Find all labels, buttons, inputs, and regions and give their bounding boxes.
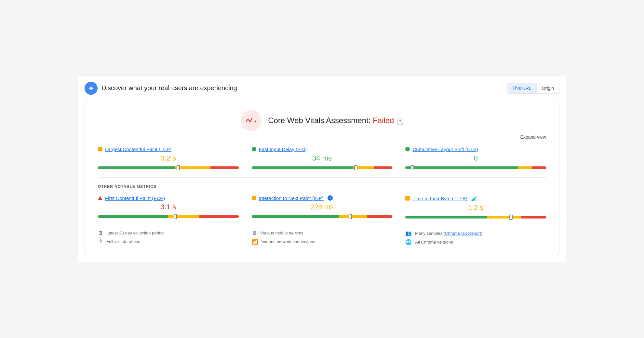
gauge-red-segment [532, 166, 546, 169]
header: Discover what your real users are experi… [78, 77, 566, 100]
this-url-button[interactable]: This URL [507, 83, 536, 93]
help-icon[interactable]: ? [397, 119, 403, 125]
status-dot [405, 147, 410, 151]
mobile-icon: 🖥 [252, 230, 257, 236]
metric-label-text-cls: Cumulative Layout Shift (CLS) [412, 147, 478, 152]
page-container: Discover what your real users are experi… [78, 77, 566, 262]
metric-label-text-inp: Interaction to Next Paint (INP) [259, 195, 324, 201]
chrome-icon: 🌐 [405, 239, 412, 245]
metric-item-inp: Interaction to Next Paint (INP)i228 ms [252, 195, 393, 220]
gauge-bar [405, 166, 546, 169]
gauge-bar [252, 166, 393, 169]
beaker-icon-ttfb: 🧪 [471, 195, 478, 202]
metric-value-inp: 228 ms [252, 203, 393, 211]
gauge-bar [98, 215, 239, 218]
gauge-bar [98, 166, 239, 169]
url-origin-toggle[interactable]: This URL Origin [507, 83, 559, 94]
page-title: Discover what your real users are experi… [101, 84, 237, 92]
footer-info: 🗓 Latest 28-day collection period ⏱ Full… [98, 230, 546, 245]
status-triangle [98, 196, 102, 200]
gauge-red-segment [367, 215, 392, 218]
assessment-title-prefix: Core Web Vitals Assessment: [268, 116, 373, 125]
metric-value-fid: 34 ms [252, 154, 393, 162]
metric-item-fid: First Input Delay (FID)34 ms [252, 147, 393, 171]
other-metrics-label: OTHER NOTABLE METRICS [98, 184, 546, 189]
assessment-header: Core Web Vitals Assessment: Failed ? [98, 110, 546, 131]
gauge-yellow-segment [339, 215, 367, 218]
gauge-wrapper [252, 213, 393, 220]
main-card: Core Web Vitals Assessment: Failed ? Exp… [85, 100, 559, 255]
gauge-needle [411, 165, 414, 170]
origin-button[interactable]: Origin [537, 83, 559, 93]
info-icon-inp[interactable]: i [328, 195, 333, 201]
gauge-yellow-segment [487, 216, 521, 218]
gauge-needle [509, 215, 513, 220]
footer-item-duration: ⏱ Full visit durations [98, 239, 239, 245]
gauge-green-segment [405, 216, 487, 218]
metric-value-ttfb: 1.2 s [405, 204, 546, 212]
status-square [405, 196, 410, 201]
gauge-wrapper [98, 213, 239, 220]
metric-item-fcp: First Contentful Paint (FCP)3.1 s [98, 195, 239, 220]
metric-label-text-lcp: Largest Contentful Paint (LCP) [105, 147, 171, 152]
gauge-wrapper [405, 164, 546, 171]
chrome-ux-link[interactable]: Chrome UX Report [445, 231, 481, 236]
metric-item-lcp: Largest Contentful Paint (LCP)3.2 s [98, 147, 239, 171]
footer-col1: 🗓 Latest 28-day collection period ⏱ Full… [98, 230, 239, 245]
footer-collection-text: Latest 28-day collection period [106, 231, 164, 235]
gauge-green-segment [98, 215, 168, 218]
gauge-needle [349, 214, 352, 219]
footer-col2: 🖥 Various mobile devices 📶 Various netwo… [252, 230, 393, 245]
assessment-status: Failed [373, 116, 394, 125]
gauge-yellow-segment [518, 166, 532, 169]
other-metrics-grid: First Contentful Paint (FCP)3.1 sInterac… [98, 195, 546, 220]
gauge-green-segment [98, 166, 175, 169]
metric-label-fid[interactable]: First Input Delay (FID) [252, 147, 393, 152]
gauge-bar [405, 216, 546, 218]
assessment-icon [241, 110, 262, 131]
gauge-green-segment [405, 166, 518, 169]
footer-chrome-text: All Chrome versions [415, 240, 453, 245]
expand-view-link[interactable]: Expand view [520, 134, 546, 140]
wifi-icon: 📶 [252, 239, 258, 245]
gauge-yellow-segment [175, 166, 210, 169]
metric-label-fcp[interactable]: First Contentful Paint (FCP) [98, 195, 239, 201]
gauge-wrapper [405, 214, 546, 220]
footer-item-network: 📶 Various network connections [252, 239, 393, 245]
assessment-title: Core Web Vitals Assessment: Failed ? [268, 116, 403, 125]
metric-item-ttfb: Time to First Byte (TTFB)🧪1.2 s [405, 195, 546, 220]
gauge-bar [252, 215, 393, 218]
divider [98, 177, 546, 178]
gauge-needle [174, 214, 177, 219]
metric-label-text-fid: First Input Delay (FID) [259, 147, 307, 152]
gauge-needle [177, 165, 180, 170]
metric-label-text-fcp: First Contentful Paint (FCP) [105, 195, 165, 201]
metric-label-inp[interactable]: Interaction to Next Paint (INP)i [252, 195, 393, 201]
footer-item-devices: 🖥 Various mobile devices [252, 230, 393, 236]
calendar-icon: 🗓 [98, 230, 103, 236]
metric-item-cls: Cumulative Layout Shift (CLS)0 [405, 147, 546, 171]
gauge-green-segment [252, 166, 353, 169]
status-dot [252, 147, 256, 151]
metric-label-ttfb[interactable]: Time to First Byte (TTFB)🧪 [405, 195, 546, 202]
metric-value-cls: 0 [405, 154, 546, 162]
status-square [252, 196, 256, 200]
svg-marker-2 [254, 120, 256, 122]
gauge-needle [354, 165, 357, 170]
gauge-red-segment [210, 166, 239, 169]
metric-value-lcp: 3.2 s [98, 154, 239, 162]
footer-samples-text: Many samples (Chrome UX Report) [415, 231, 482, 236]
gauge-red-segment [521, 216, 546, 218]
core-metrics-grid: Largest Contentful Paint (LCP)3.2 sFirst… [98, 147, 546, 171]
metric-label-cls[interactable]: Cumulative Layout Shift (CLS) [405, 147, 546, 152]
gauge-yellow-segment [168, 215, 199, 218]
samples-icon: 👥 [405, 230, 412, 236]
footer-col3: 👥 Many samples (Chrome UX Report) 🌐 All … [405, 230, 546, 245]
footer-item-chrome: 🌐 All Chrome versions [405, 239, 546, 245]
gauge-wrapper [252, 164, 393, 171]
footer-network-text: Various network connections [262, 239, 315, 244]
status-square [98, 147, 102, 151]
app-logo [85, 82, 98, 95]
metric-label-lcp[interactable]: Largest Contentful Paint (LCP) [98, 147, 239, 152]
footer-item-collection: 🗓 Latest 28-day collection period [98, 230, 239, 236]
